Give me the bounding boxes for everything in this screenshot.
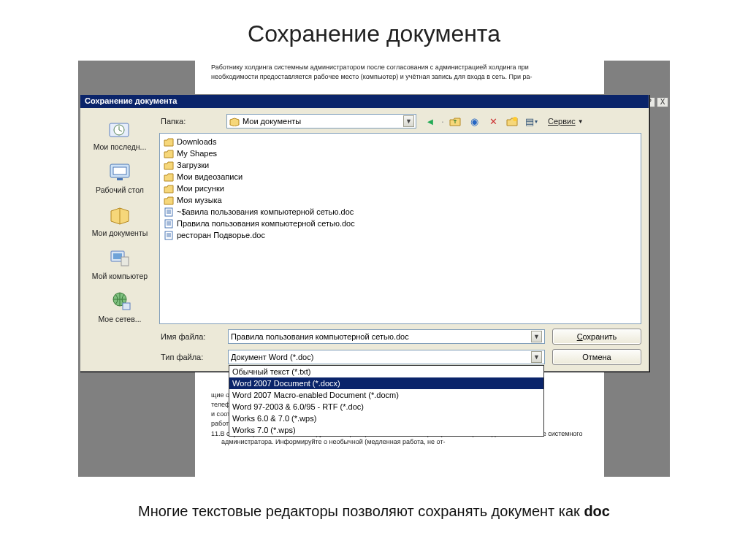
recent-icon [105, 116, 134, 141]
delete-button[interactable]: ✕ [485, 114, 501, 129]
folder-item[interactable]: Моя музыка [163, 194, 638, 206]
network-icon [105, 288, 134, 313]
desktop-icon [105, 159, 134, 184]
filename-value: Правила пользования компьютерной сетью.d… [231, 332, 409, 341]
folder-icon [164, 161, 174, 170]
separator: · [441, 114, 444, 129]
filetype-dropdown[interactable]: Обычный текст (*.txt)Word 2007 Document … [229, 365, 544, 437]
folder-icon [164, 137, 174, 147]
folder-item[interactable]: Мои рисунки [163, 183, 638, 194]
folder-combo[interactable]: Мои документы ▼ [226, 114, 416, 129]
views-icon: ▤ [525, 116, 534, 127]
filetype-label: Тип файла: [159, 353, 224, 361]
dialog-titlebar: Сохранение документа [80, 95, 649, 108]
file-name: Моя музыка [177, 196, 222, 204]
up-button[interactable] [447, 114, 463, 129]
mydocs-icon [105, 202, 134, 227]
folder-item[interactable]: Загрузки [163, 159, 638, 171]
file-list[interactable]: DownloadsMy ShapesЗагрузкиМои видеозапис… [159, 133, 641, 324]
place-label: Мои последн... [87, 142, 153, 151]
search-web-button[interactable]: ◉ [466, 114, 482, 129]
filetype-option[interactable]: Works 6.0 & 7.0 (*.wps) [229, 413, 543, 424]
place-network[interactable]: Мое сетев... [86, 286, 153, 325]
save-button[interactable]: Сохранить [552, 329, 641, 345]
folder-icon [164, 196, 174, 205]
cancel-button-label: Отмена [582, 353, 611, 361]
svg-point-10 [513, 117, 517, 121]
chevron-down-icon[interactable]: ▼ [531, 331, 542, 342]
back-button[interactable]: ◄ [422, 114, 438, 129]
filename-label: Имя файла: [159, 332, 224, 341]
place-label: Мои документы [87, 229, 153, 237]
place-label: Рабочий стол [87, 185, 153, 194]
search-icon: ◉ [470, 116, 478, 127]
back-icon: ◄ [426, 116, 435, 127]
folder-value: Мои документы [243, 117, 301, 126]
folder-item[interactable]: My Shapes [163, 147, 638, 159]
document-item[interactable]: Правила пользования компьютерной сетью.d… [163, 218, 638, 229]
folder-icon [164, 149, 174, 158]
bg-line: Работнику холдинга системным администрат… [211, 64, 588, 72]
mydocs-small-icon [229, 117, 240, 126]
filetype-option[interactable]: Works 7.0 (*.wps) [229, 424, 543, 436]
document-item[interactable]: ресторан Подворье.doc [163, 229, 638, 241]
workspace: Работнику холдинга системным администрат… [78, 61, 670, 477]
file-name: Загрузки [177, 161, 209, 169]
file-name: Мои рисунки [177, 184, 224, 193]
file-name: ресторан Подворье.doc [177, 231, 265, 239]
filetype-input[interactable]: Документ Word (*.doc) ▼ Обычный текст (*… [228, 350, 545, 364]
cancel-button[interactable]: Отмена [552, 349, 641, 365]
svg-rect-6 [113, 253, 122, 259]
new-folder-icon [506, 116, 518, 126]
place-mydocs[interactable]: Мои документы [86, 200, 153, 239]
folder-icon [164, 172, 174, 182]
file-name: Downloads [177, 137, 216, 146]
new-folder-button[interactable] [504, 114, 520, 129]
mycomputer-icon [105, 245, 134, 270]
file-name: Мои видеозаписи [177, 172, 243, 181]
folder-toolbar: Папка: Мои документы ▼ ◄ · [159, 112, 641, 130]
place-desktop[interactable]: Рабочий стол [86, 157, 153, 196]
place-label: Мое сетев... [87, 315, 153, 323]
up-folder-icon [449, 116, 461, 126]
svg-rect-7 [121, 257, 129, 266]
chevron-down-icon[interactable]: ▼ [403, 115, 414, 127]
save-button-label: Сохранить [577, 332, 617, 341]
delete-icon: ✕ [489, 116, 497, 127]
folder-item[interactable]: Мои видеозаписи [163, 171, 638, 183]
filename-input[interactable]: Правила пользования компьютерной сетью.d… [228, 329, 545, 344]
place-recent[interactable]: Мои последн... [86, 114, 153, 153]
chevron-down-icon[interactable]: ▼ [531, 351, 542, 363]
document-icon [164, 219, 174, 229]
filetype-option[interactable]: Word 2007 Macro-enabled Document (*.docm… [229, 389, 543, 401]
folder-item[interactable]: Downloads [163, 136, 638, 147]
filetype-option[interactable]: Word 2007 Document (*.docx) [229, 377, 543, 389]
filetype-value: Документ Word (*.doc) [231, 353, 313, 361]
file-name: My Shapes [177, 149, 217, 158]
svg-rect-3 [113, 167, 126, 174]
places-bar: Мои последн... Рабочий стол Мои документ… [85, 112, 155, 365]
filetype-option[interactable]: Word 97-2003 & 6.0/95 - RTF (*.doc) [229, 401, 543, 413]
file-name: ~$авила пользования компьютерной сетью.d… [177, 207, 354, 216]
slide-title: Сохранение документа [0, 0, 748, 61]
svg-rect-9 [123, 303, 130, 310]
service-menu[interactable]: Сервис ▼ [542, 114, 588, 129]
service-label: Сервис [548, 117, 576, 126]
file-name: Правила пользования компьютерной сетью.d… [177, 219, 355, 228]
folder-label: Папка: [159, 117, 224, 126]
views-button[interactable]: ▤▾ [523, 114, 539, 129]
save-as-dialog: Сохранение документа Мои последн... Рабо… [80, 94, 649, 372]
document-item[interactable]: ~$авила пользования компьютерной сетью.d… [163, 206, 638, 218]
filetype-option[interactable]: Обычный текст (*.txt) [229, 366, 543, 377]
place-mycomputer[interactable]: Мой компьютер [86, 243, 153, 282]
document-icon [164, 207, 174, 217]
document-icon [164, 231, 174, 240]
close-button[interactable]: X [657, 97, 668, 107]
place-label: Мой компьютер [87, 272, 153, 280]
chevron-down-icon: ▼ [578, 118, 584, 125]
slide-caption: Многие текстовые редакторы позволяют сох… [0, 477, 748, 520]
bg-line: необходимости предоставляется рабочее ме… [211, 73, 588, 81]
folder-icon [164, 184, 174, 193]
svg-rect-4 [117, 178, 123, 180]
